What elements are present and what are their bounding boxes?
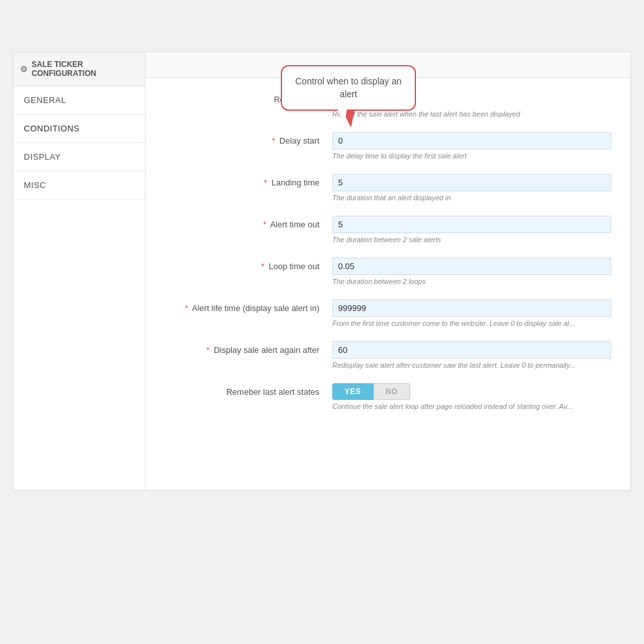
label-landing-time: * Landing time: [165, 174, 332, 187]
tooltip-text: Control when to display an alert: [296, 76, 402, 99]
input-display-again-after[interactable]: [332, 341, 611, 359]
form-row-display-again-after: * Display sale alert again after Redispl…: [165, 341, 611, 369]
tooltip-bubble: Control when to display an alert: [281, 65, 416, 111]
sidebar-item-display[interactable]: DISPLAY: [14, 143, 145, 171]
hint-display-again-after: Redisplay sale alert after customer saw …: [332, 361, 611, 369]
sidebar-title: SALE TICKER CONFIGURATION: [32, 60, 138, 78]
field-alert-life-time: From the first time customer come to the…: [332, 299, 611, 327]
toggle-remember-last-alert: YES NO: [332, 383, 611, 400]
form-row-delay-start: * Delay start The delay time to display …: [165, 132, 611, 160]
hint-repeat-alert: Repeat the sale alert when the last aler…: [332, 110, 611, 118]
form-row-loop-time-out: * Loop time out The duration between 2 l…: [165, 258, 611, 285]
input-loop-time-out[interactable]: [332, 258, 611, 275]
field-alert-time-out: The duration between 2 sale alerts: [332, 216, 611, 243]
field-landing-time: The duration that an alert displayed in: [332, 174, 611, 202]
toggle-no-remember-last-alert[interactable]: NO: [374, 383, 410, 400]
label-delay-start: * Delay start: [165, 132, 332, 146]
field-loop-time-out: The duration between 2 loops: [332, 258, 611, 285]
hint-loop-time-out: The duration between 2 loops: [332, 278, 611, 285]
content-area: Control when to display an alert Repeat …: [146, 52, 630, 490]
label-remember-last-alert: Remeber last alert states: [165, 383, 332, 397]
sidebar-item-misc[interactable]: MISC: [14, 171, 145, 200]
sidebar-item-general[interactable]: GENERAL: [14, 86, 145, 115]
form-row-alert-time-out: * Alert time out The duration between 2 …: [165, 216, 611, 243]
input-delay-start[interactable]: [332, 132, 611, 149]
main-container: ⚙ SALE TICKER CONFIGURATION GENERAL COND…: [13, 52, 631, 491]
sidebar-header: ⚙ SALE TICKER CONFIGURATION: [14, 52, 145, 86]
label-loop-time-out: * Loop time out: [165, 258, 332, 271]
input-landing-time[interactable]: [332, 174, 611, 191]
hint-landing-time: The duration that an alert displayed in: [332, 194, 611, 202]
form-row-remember-last-alert: Remeber last alert states YES NO Continu…: [165, 383, 611, 410]
input-alert-life-time[interactable]: [332, 299, 611, 317]
hint-remember-last-alert: Continue the sale alert loop after page …: [332, 402, 611, 410]
hint-alert-time-out: The duration between 2 sale alerts: [332, 236, 611, 243]
input-alert-time-out[interactable]: [332, 216, 611, 233]
label-alert-life-time: * Alert life time (display sale alert in…: [165, 299, 332, 313]
label-display-again-after: * Display sale alert again after: [165, 341, 332, 355]
form-area: Repeat alert YES NO Repeat the sale aler…: [146, 78, 630, 437]
sidebar-item-conditions[interactable]: CONDITIONS: [14, 115, 145, 143]
label-alert-time-out: * Alert time out: [165, 216, 332, 229]
field-display-again-after: Redisplay sale alert after customer saw …: [332, 341, 611, 369]
gear-icon: ⚙: [20, 64, 28, 74]
hint-alert-life-time: From the first time customer come to the…: [332, 319, 611, 327]
toggle-yes-remember-last-alert[interactable]: YES: [332, 383, 374, 400]
field-delay-start: The delay time to display the first sale…: [332, 132, 611, 160]
form-row-alert-life-time: * Alert life time (display sale alert in…: [165, 299, 611, 327]
sidebar: ⚙ SALE TICKER CONFIGURATION GENERAL COND…: [14, 52, 146, 490]
form-row-landing-time: * Landing time The duration that an aler…: [165, 174, 611, 202]
field-remember-last-alert: YES NO Continue the sale alert loop afte…: [332, 383, 611, 410]
hint-delay-start: The delay time to display the first sale…: [332, 152, 611, 160]
